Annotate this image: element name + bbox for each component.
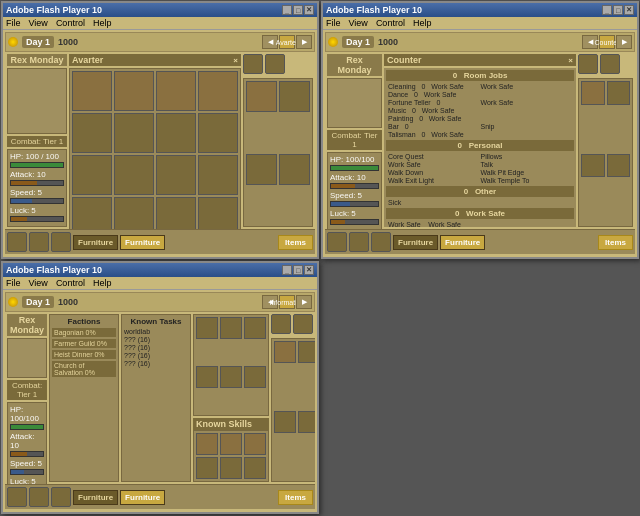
- item-slot-15[interactable]: [156, 197, 196, 229]
- item-slot-4[interactable]: [198, 71, 238, 111]
- counter-menu-help[interactable]: Help: [413, 18, 432, 28]
- counter-furniture-1[interactable]: Furniture: [393, 235, 438, 250]
- counter-slot-3[interactable]: [581, 154, 605, 178]
- counter-action-1[interactable]: [578, 54, 598, 74]
- info-furniture-2[interactable]: Furniture: [120, 490, 165, 505]
- counter-menu-control[interactable]: Control: [376, 18, 405, 28]
- counter-close-x[interactable]: ×: [568, 56, 573, 65]
- counter-maximize[interactable]: □: [613, 5, 623, 15]
- info-bottom-1[interactable]: [7, 487, 27, 507]
- maximize-button[interactable]: □: [293, 5, 303, 15]
- item-slot-12[interactable]: [198, 155, 238, 195]
- counter-window-controls[interactable]: _ □ ✕: [602, 5, 634, 15]
- info-slot-2[interactable]: [220, 317, 242, 339]
- info-furniture-1[interactable]: Furniture: [73, 490, 118, 505]
- info-right-slot-1[interactable]: [274, 341, 296, 363]
- counter-close[interactable]: ✕: [624, 5, 634, 15]
- skill-slot-4[interactable]: [196, 457, 218, 479]
- item-slot-10[interactable]: [114, 155, 154, 195]
- item-slot-16[interactable]: [198, 197, 238, 229]
- item-slot-7[interactable]: [156, 113, 196, 153]
- info-action-1[interactable]: [271, 314, 291, 334]
- close-x[interactable]: ×: [233, 56, 238, 65]
- counter-menu-view[interactable]: View: [349, 18, 368, 28]
- skill-slot-2[interactable]: [220, 433, 242, 455]
- info-menu-help[interactable]: Help: [93, 278, 112, 288]
- info-close[interactable]: ✕: [304, 265, 314, 275]
- faction-church[interactable]: Church of Salvation 0%: [52, 361, 116, 377]
- info-right-slot-2[interactable]: [298, 341, 315, 363]
- menu-control[interactable]: Control: [56, 18, 85, 28]
- item-slot-14[interactable]: [114, 197, 154, 229]
- counter-slot-4[interactable]: [607, 154, 631, 178]
- info-bottom-2[interactable]: [29, 487, 49, 507]
- item-slot-3[interactable]: [156, 71, 196, 111]
- item-slot-11[interactable]: [156, 155, 196, 195]
- action-icon-1[interactable]: [243, 54, 263, 74]
- menu-view[interactable]: View: [29, 18, 48, 28]
- counter-minimize[interactable]: _: [602, 5, 612, 15]
- close-button[interactable]: ✕: [304, 5, 314, 15]
- info-right-slot-4[interactable]: [298, 411, 315, 433]
- counter-slot-1[interactable]: [581, 81, 605, 105]
- info-slot-1[interactable]: [196, 317, 218, 339]
- right-slot-3[interactable]: [246, 154, 277, 185]
- counter-menu-file[interactable]: File: [326, 18, 341, 28]
- skill-slot-5[interactable]: [220, 457, 242, 479]
- info-menu-file[interactable]: File: [6, 278, 21, 288]
- right-slot-4[interactable]: [279, 154, 310, 185]
- tab-2[interactable]: ▶: [296, 35, 312, 49]
- info-menu-control[interactable]: Control: [56, 278, 85, 288]
- items-button[interactable]: Items: [278, 235, 313, 250]
- info-maximize[interactable]: □: [293, 265, 303, 275]
- tab-avarter[interactable]: Avarter: [279, 35, 295, 49]
- info-bottom-3[interactable]: [51, 487, 71, 507]
- item-slot-1[interactable]: [72, 71, 112, 111]
- item-slot-2[interactable]: [114, 71, 154, 111]
- skill-slot-6[interactable]: [244, 457, 266, 479]
- counter-bottom-2[interactable]: [349, 232, 369, 252]
- counter-furniture-2[interactable]: Furniture: [440, 235, 485, 250]
- bottom-icon-3[interactable]: [51, 232, 71, 252]
- counter-bottom-3[interactable]: [371, 232, 391, 252]
- furniture-button-2[interactable]: Furniture: [120, 235, 165, 250]
- counter-action-2[interactable]: [600, 54, 620, 74]
- item-slot-6[interactable]: [114, 113, 154, 153]
- counter-tab-active[interactable]: Counter: [599, 35, 615, 49]
- menu-help[interactable]: Help: [93, 18, 112, 28]
- item-slot-13[interactable]: [72, 197, 112, 229]
- info-menu-view[interactable]: View: [29, 278, 48, 288]
- info-slot-3[interactable]: [244, 317, 266, 339]
- skill-slot-1[interactable]: [196, 433, 218, 455]
- bottom-icon-2[interactable]: [29, 232, 49, 252]
- skill-slot-3[interactable]: [244, 433, 266, 455]
- item-slot-8[interactable]: [198, 113, 238, 153]
- info-action-2[interactable]: [293, 314, 313, 334]
- counter-slot-2[interactable]: [607, 81, 631, 105]
- info-slot-6[interactable]: [244, 366, 266, 388]
- item-slot-5[interactable]: [72, 113, 112, 153]
- info-right-slot-3[interactable]: [274, 411, 296, 433]
- right-slot-2[interactable]: [279, 81, 310, 112]
- faction-farmer[interactable]: Farmer Guild 0%: [52, 339, 116, 348]
- info-items-btn[interactable]: Items: [278, 490, 313, 505]
- minimize-button[interactable]: _: [282, 5, 292, 15]
- right-slot-1[interactable]: [246, 81, 277, 112]
- counter-bottom-1[interactable]: [327, 232, 347, 252]
- counter-tab-2[interactable]: ▶: [616, 35, 632, 49]
- info-minimize[interactable]: _: [282, 265, 292, 275]
- menu-file[interactable]: File: [6, 18, 21, 28]
- bottom-icon-1[interactable]: [7, 232, 27, 252]
- action-icon-2[interactable]: [265, 54, 285, 74]
- info-tab-right[interactable]: ▶: [296, 295, 312, 309]
- faction-heist[interactable]: Heist Dinner 0%: [52, 350, 116, 359]
- furniture-button-1[interactable]: Furniture: [73, 235, 118, 250]
- item-slot-9[interactable]: [72, 155, 112, 195]
- info-window-controls[interactable]: _ □ ✕: [282, 265, 314, 275]
- info-tab-active[interactable]: Information: [279, 295, 295, 309]
- info-slot-5[interactable]: [220, 366, 242, 388]
- window-controls[interactable]: _ □ ✕: [282, 5, 314, 15]
- info-slot-4[interactable]: [196, 366, 218, 388]
- faction-bagonian[interactable]: Bagonian 0%: [52, 328, 116, 337]
- counter-items-btn[interactable]: Items: [598, 235, 633, 250]
